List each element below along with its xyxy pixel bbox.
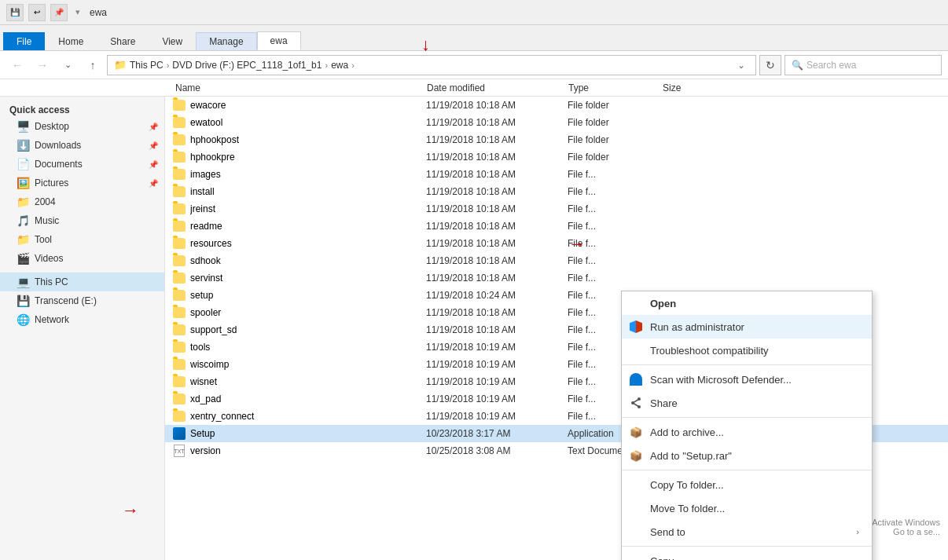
col-header-name[interactable]: Name bbox=[169, 82, 421, 93]
file-row[interactable]: resources 11/19/2018 10:18 AM File f... bbox=[165, 235, 948, 252]
tab-context-name[interactable]: ewa bbox=[257, 31, 301, 50]
file-row[interactable]: hphookpre 11/19/2018 10:18 AM File folde… bbox=[165, 148, 948, 166]
toolbar: ← → ⌄ ↑ 📁 This PC › DVD Drive (F:) EPC_1… bbox=[0, 51, 948, 79]
file-icon-cell bbox=[171, 236, 187, 251]
file-icon-cell bbox=[171, 322, 187, 338]
documents-icon: 📄 bbox=[16, 157, 30, 171]
save-icon[interactable]: 💾 bbox=[6, 4, 24, 21]
file-name: servinst bbox=[190, 273, 426, 284]
pin-icon[interactable]: 📌 bbox=[50, 4, 68, 21]
tab-view[interactable]: View bbox=[149, 32, 196, 50]
col-header-size[interactable]: Size bbox=[656, 82, 735, 93]
file-row[interactable]: readme 11/19/2018 10:18 AM File f... bbox=[165, 218, 948, 235]
sidebar-label-videos: Videos bbox=[35, 253, 158, 264]
sidebar-label-thispc: This PC bbox=[35, 276, 158, 287]
path-ewa[interactable]: ewa bbox=[331, 60, 348, 71]
folder-icon bbox=[173, 290, 186, 301]
cm-add-setup-rar[interactable]: 📦 Add to "Setup.rar" bbox=[622, 444, 872, 467]
tab-manage[interactable]: Manage bbox=[196, 32, 256, 50]
file-icon-cell bbox=[171, 218, 187, 234]
refresh-button[interactable]: ↻ bbox=[759, 55, 781, 75]
path-thispc[interactable]: This PC bbox=[130, 60, 164, 71]
cm-scan-defender[interactable]: Scan with Microsoft Defender... bbox=[622, 368, 872, 391]
sidebar-item-downloads[interactable]: ⬇️ Downloads 📌 bbox=[0, 136, 164, 155]
cm-copy-icon bbox=[628, 553, 644, 560]
cm-copy-to[interactable]: Copy To folder... bbox=[622, 473, 872, 496]
file-date: 11/19/2018 10:18 AM bbox=[426, 273, 568, 284]
cm-divider-1 bbox=[622, 364, 872, 365]
sidebar-label-network: Network bbox=[35, 314, 158, 325]
sidebar-item-pictures[interactable]: 🖼️ Pictures 📌 bbox=[0, 174, 164, 192]
folder-icon bbox=[173, 152, 186, 163]
file-icon-cell bbox=[171, 426, 187, 441]
sidebar-item-2004[interactable]: 📁 2004 bbox=[0, 192, 164, 211]
file-date: 11/19/2018 10:18 AM bbox=[426, 203, 568, 214]
address-bar[interactable]: 📁 This PC › DVD Drive (F:) EPC_1118_1of1… bbox=[107, 55, 756, 75]
svg-line-4 bbox=[633, 403, 639, 407]
tab-share[interactable]: Share bbox=[97, 32, 149, 50]
sidebar-item-documents[interactable]: 📄 Documents 📌 bbox=[0, 155, 164, 174]
recent-button[interactable]: ⌄ bbox=[57, 54, 79, 76]
path-dvd[interactable]: DVD Drive (F:) EPC_1118_1of1_b1 bbox=[172, 60, 322, 71]
file-name: hphookpost bbox=[190, 134, 426, 145]
cm-troubleshoot[interactable]: Troubleshoot compatibility bbox=[622, 339, 872, 362]
file-row[interactable]: hphookpost 11/19/2018 10:18 AM File fold… bbox=[165, 131, 948, 148]
forward-button[interactable]: → bbox=[31, 54, 53, 76]
folder-icon bbox=[173, 359, 186, 370]
file-date: 11/19/2018 10:18 AM bbox=[426, 117, 568, 128]
file-type: File f... bbox=[568, 255, 662, 266]
sidebar-item-thispc[interactable]: 💻 This PC bbox=[0, 273, 164, 291]
pictures-icon: 🖼️ bbox=[16, 176, 30, 190]
sidebar-item-tool[interactable]: 📁 Tool bbox=[0, 230, 164, 249]
file-icon-cell bbox=[171, 339, 187, 355]
cm-move-to[interactable]: Move To folder... bbox=[622, 496, 872, 520]
cm-run-as-admin[interactable]: Run as administrator bbox=[622, 315, 872, 339]
col-header-type[interactable]: Type bbox=[562, 82, 656, 93]
col-header-date[interactable]: Date modified bbox=[421, 82, 562, 93]
undo-icon[interactable]: ↩ bbox=[28, 4, 46, 21]
up-button[interactable]: ↑ bbox=[82, 54, 104, 76]
file-row[interactable]: images 11/19/2018 10:18 AM File f... bbox=[165, 166, 948, 183]
sidebar-label-pictures: Pictures bbox=[35, 178, 144, 188]
arrow-right-2: → bbox=[122, 500, 139, 521]
file-row[interactable]: ewatool 11/19/2018 10:18 AM File folder bbox=[165, 114, 948, 131]
sidebar-label-music: Music bbox=[35, 215, 158, 226]
file-name: setup bbox=[190, 290, 426, 301]
file-date: 11/19/2018 10:18 AM bbox=[426, 134, 568, 145]
sidebar-item-network[interactable]: 🌐 Network bbox=[0, 310, 164, 329]
cm-copy[interactable]: Copy bbox=[622, 549, 872, 560]
address-path: This PC › DVD Drive (F:) EPC_1118_1of1_b… bbox=[130, 60, 730, 71]
file-row[interactable]: sdhook 11/19/2018 10:18 AM File f... bbox=[165, 252, 948, 269]
file-row[interactable]: jreinst 11/19/2018 10:18 AM File f... bbox=[165, 200, 948, 218]
file-name: sdhook bbox=[190, 255, 426, 266]
file-type: File f... bbox=[568, 203, 662, 214]
folder-icon bbox=[173, 324, 186, 335]
sidebar-item-transcend[interactable]: 💾 Transcend (E:) bbox=[0, 291, 164, 310]
cm-send-to[interactable]: Send to › bbox=[622, 520, 872, 544]
back-button[interactable]: ← bbox=[6, 54, 28, 76]
cm-add-archive[interactable]: 📦 Add to archive... bbox=[622, 420, 872, 444]
sidebar-quick-access-header[interactable]: Quick access bbox=[0, 100, 164, 117]
file-row[interactable]: install 11/19/2018 10:18 AM File f... bbox=[165, 183, 948, 200]
file-row[interactable]: ewacore 11/19/2018 10:18 AM File folder bbox=[165, 97, 948, 114]
file-type: File f... bbox=[568, 186, 662, 197]
file-name: support_sd bbox=[190, 324, 426, 335]
address-dropdown[interactable]: ⌄ bbox=[733, 60, 749, 71]
folder-icon bbox=[173, 100, 186, 111]
file-name: wiscoimp bbox=[190, 359, 426, 370]
cm-share[interactable]: Share bbox=[622, 391, 872, 415]
cm-archive2-icon: 📦 bbox=[628, 448, 644, 463]
context-menu: Open Run as administrator Troubleshoot c… bbox=[621, 291, 873, 560]
tab-home[interactable]: Home bbox=[45, 32, 97, 50]
file-icon-cell bbox=[171, 270, 187, 286]
sidebar-item-desktop[interactable]: 🖥️ Desktop 📌 bbox=[0, 117, 164, 136]
sidebar-item-videos[interactable]: 🎬 Videos bbox=[0, 249, 164, 268]
file-name: tools bbox=[190, 342, 426, 353]
sidebar-label-transcend: Transcend (E:) bbox=[35, 295, 158, 306]
tab-file[interactable]: File bbox=[3, 32, 45, 50]
file-icon-cell bbox=[171, 97, 187, 113]
search-bar[interactable]: 🔍 Search ewa bbox=[784, 55, 942, 75]
file-row[interactable]: servinst 11/19/2018 10:18 AM File f... bbox=[165, 269, 948, 287]
cm-open[interactable]: Open bbox=[622, 291, 872, 315]
sidebar-item-music[interactable]: 🎵 Music bbox=[0, 211, 164, 230]
